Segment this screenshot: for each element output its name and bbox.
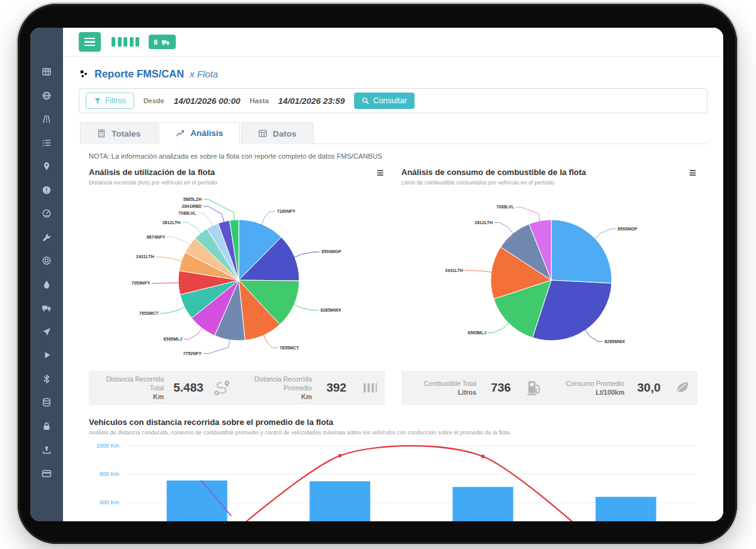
filter-funnel-icon bbox=[94, 97, 101, 105]
search-icon bbox=[362, 97, 369, 105]
fuel-stats-strip: Combustible Total Litros 736 C bbox=[401, 371, 697, 405]
svg-text:800 Km: 800 Km bbox=[100, 471, 119, 477]
filter-bar: Filtros Desde 14/01/2026 00:00 Hasta 14/… bbox=[79, 88, 707, 113]
card-icon[interactable] bbox=[42, 468, 52, 478]
stat-unit: Litros bbox=[408, 388, 476, 397]
stat-value: 30,0 bbox=[631, 381, 667, 395]
svg-text:6595MLJ: 6595MLJ bbox=[164, 337, 183, 341]
fuel-pump-icon bbox=[525, 379, 543, 397]
desde-value[interactable]: 14/01/2026 00:00 bbox=[174, 96, 241, 106]
table-icon bbox=[258, 129, 267, 138]
stat-unit: Km bbox=[95, 392, 164, 401]
stat-value: 5.483 bbox=[170, 381, 207, 395]
gauge-icon[interactable] bbox=[42, 208, 52, 218]
stat-combustible-total: Combustible Total Litros 736 bbox=[401, 371, 549, 405]
chart-context-menu-button[interactable] bbox=[375, 169, 385, 177]
bluetooth-icon[interactable] bbox=[42, 374, 52, 384]
target-icon[interactable] bbox=[42, 256, 52, 266]
svg-text:6874NFY: 6874NFY bbox=[147, 235, 166, 239]
bottom-chart-subtitle: Análisis de distancia conducida, consumo… bbox=[89, 429, 697, 436]
wrench-icon[interactable] bbox=[42, 232, 52, 242]
nota-text: NOTA: La información analizada es sobre … bbox=[89, 152, 697, 160]
above-average-section: Vehículos con distancia recorrida sobre … bbox=[79, 417, 707, 521]
svg-text:7059NFY: 7059NFY bbox=[132, 281, 151, 285]
tab-datos-label: Datos bbox=[273, 129, 297, 139]
upload-icon[interactable] bbox=[42, 444, 52, 455]
tab-totales[interactable]: Totales bbox=[80, 122, 158, 144]
desde-label: Desde bbox=[144, 97, 164, 105]
utilization-pie-chart: 7160NFY6593MGP8285MWX7655MCT7752NFY6595M… bbox=[89, 186, 385, 370]
chart-header: Análisis de consumo de combustible de la… bbox=[401, 167, 697, 186]
truck-icon bbox=[161, 38, 171, 47]
play-icon[interactable] bbox=[42, 350, 52, 360]
svg-text:7752NFY: 7752NFY bbox=[183, 351, 202, 356]
tab-datos[interactable]: Datos bbox=[241, 122, 314, 144]
svg-text:5885LZH: 5885LZH bbox=[183, 197, 202, 201]
stat-label: Distancia Recorrida bbox=[95, 375, 164, 383]
signal-bars-icon bbox=[112, 37, 139, 47]
alert-icon[interactable] bbox=[42, 185, 52, 195]
hamburger-menu-button[interactable] bbox=[79, 32, 101, 52]
hasta-value[interactable]: 14/01/2026 23:59 bbox=[278, 96, 345, 106]
truck-icon[interactable] bbox=[42, 303, 52, 313]
list-icon[interactable] bbox=[42, 138, 52, 148]
stat-label: Consumo Promedio bbox=[556, 379, 624, 388]
svg-text:6595MLJ: 6595MLJ bbox=[468, 331, 487, 335]
chart-context-menu-button[interactable] bbox=[688, 169, 697, 177]
page-title: Reporte FMS/CAN x Flota bbox=[80, 68, 707, 80]
report-title: Reporte FMS/CAN bbox=[94, 68, 184, 80]
stat-consumo-promedio: Consumo Promedio Lt/100km 30,0 bbox=[549, 371, 697, 405]
lock-icon[interactable] bbox=[42, 421, 52, 431]
chart-line-icon bbox=[176, 129, 185, 138]
svg-text:2431LTH: 2431LTH bbox=[136, 254, 154, 259]
svg-text:600 Km: 600 Km bbox=[100, 499, 119, 506]
truck-count: 8 bbox=[154, 38, 158, 46]
globe-icon[interactable] bbox=[42, 91, 52, 101]
svg-text:7653MCT: 7653MCT bbox=[139, 311, 159, 315]
fuel-chart-card: Análisis de consumo de combustible de la… bbox=[401, 162, 697, 405]
tablet-frame: 8 Reporte FMS/CAN x Flota Filtros Desde bbox=[18, 4, 737, 544]
droplet-icon[interactable] bbox=[42, 280, 52, 290]
svg-text:7088LVL: 7088LVL bbox=[496, 205, 515, 209]
chart-subtitle: Distancia recorrida (Km) por vehículo en… bbox=[89, 179, 217, 186]
svg-text:1000 Km: 1000 Km bbox=[96, 443, 119, 449]
leaf-icon bbox=[673, 379, 691, 397]
svg-text:2841MBD: 2841MBD bbox=[181, 204, 202, 208]
chart-header: Análisis de utilización de la flota Dist… bbox=[89, 167, 385, 186]
route-icon bbox=[213, 379, 231, 397]
stat-distancia-promedio: Distancia Recorrida Promedio Km 392 bbox=[237, 371, 385, 405]
distance-stats-strip: Distancia Recorrida Total Km 5.483 bbox=[89, 371, 385, 405]
stat-value: 392 bbox=[318, 381, 355, 395]
svg-text:7088LVL: 7088LVL bbox=[178, 211, 197, 215]
svg-text:7160NFY: 7160NFY bbox=[277, 209, 295, 213]
svg-text:7655MCT: 7655MCT bbox=[280, 346, 299, 350]
chart-title: Análisis de utilización de la flota bbox=[89, 167, 217, 177]
tab-analisis-label: Análisis bbox=[190, 128, 223, 138]
stat-value: 736 bbox=[483, 381, 519, 395]
fuel-pie-chart: 6593MGP8285MWX6595MLJ2431LTH2812LTH7088L… bbox=[401, 186, 697, 370]
page: Reporte FMS/CAN x Flota Filtros Desde 14… bbox=[63, 57, 723, 521]
road-icon[interactable] bbox=[42, 114, 52, 124]
tab-analisis[interactable]: Análisis bbox=[159, 122, 240, 144]
hasta-label: Hasta bbox=[250, 97, 269, 105]
topbar: 8 bbox=[63, 28, 723, 57]
stat-unit: Lt/100km bbox=[556, 388, 624, 397]
tab-panel: NOTA: La información analizada es sobre … bbox=[79, 144, 707, 521]
consultar-button[interactable]: Consultar bbox=[354, 93, 415, 109]
send-icon[interactable] bbox=[42, 327, 52, 337]
consultar-label: Consultar bbox=[373, 96, 407, 105]
fleet-truck-count-badge[interactable]: 8 bbox=[149, 35, 176, 49]
grid-icon[interactable] bbox=[42, 67, 52, 77]
database-icon[interactable] bbox=[42, 397, 52, 407]
chart-title: Análisis de consumo de combustible de la… bbox=[401, 167, 586, 177]
svg-text:8285MWX: 8285MWX bbox=[605, 339, 626, 344]
filtros-label: Filtros bbox=[105, 96, 126, 105]
tab-bar: Totales Análisis Datos bbox=[79, 122, 707, 144]
filtros-button[interactable]: Filtros bbox=[86, 93, 134, 109]
pin-icon[interactable] bbox=[42, 161, 52, 171]
main-area: 8 Reporte FMS/CAN x Flota Filtros Desde bbox=[63, 28, 723, 521]
stat-distancia-total: Distancia Recorrida Total Km 5.483 bbox=[89, 371, 237, 405]
stat-unit: Km bbox=[243, 392, 312, 401]
utilization-chart-card: Análisis de utilización de la flota Dist… bbox=[89, 162, 385, 405]
bottom-chart-title: Vehículos con distancia recorrida sobre … bbox=[89, 417, 697, 427]
